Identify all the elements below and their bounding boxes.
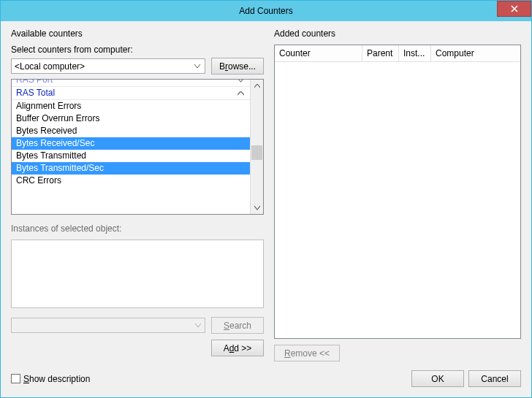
counter-item[interactable]: Bytes Transmitted [12, 150, 250, 162]
chevron-down-icon [192, 320, 203, 331]
col-header-instance[interactable]: Inst... [399, 45, 431, 61]
chevron-up-icon [238, 91, 246, 96]
add-counters-window: Add Counters Available counters Select c… [0, 0, 532, 398]
counter-item-selected[interactable]: Bytes Received/Sec [12, 137, 250, 150]
instance-search-combo [11, 318, 205, 333]
instances-label: Instances of selected object: [11, 223, 264, 234]
chevron-down-icon [192, 61, 203, 72]
added-counters-empty-area [275, 62, 520, 338]
checkbox-box [11, 374, 20, 383]
show-description-label: Show description [23, 374, 90, 384]
added-counters-listview[interactable]: Counter Parent Inst... Computer [274, 45, 521, 339]
col-header-computer[interactable]: Computer [431, 45, 520, 61]
scrollbar-thumb[interactable] [251, 145, 262, 160]
counter-item[interactable]: Bytes Received [12, 125, 250, 137]
computer-combo-text: <Local computer> [15, 61, 85, 72]
cancel-button[interactable]: Cancel [468, 370, 521, 387]
counter-item[interactable]: Alignment Errors [12, 100, 250, 112]
added-counters-panel: Added counters Counter Parent Inst... Co… [274, 28, 521, 361]
search-button: Search [211, 317, 264, 334]
computer-combo[interactable]: <Local computer> [11, 58, 205, 74]
select-computer-label: Select counters from computer: [11, 45, 264, 55]
titlebar: Add Counters [1, 1, 531, 21]
close-icon [511, 5, 518, 12]
col-header-counter[interactable]: Counter [275, 45, 362, 61]
counter-group-ras-total[interactable]: RAS Total [12, 87, 250, 100]
col-header-parent[interactable]: Parent [362, 45, 399, 61]
browse-button[interactable]: Browse... [211, 58, 264, 74]
counter-item[interactable]: CRC Errors [12, 175, 250, 187]
window-title: Add Counters [239, 6, 292, 16]
column-headers: Counter Parent Inst... Computer [275, 45, 520, 62]
ok-button[interactable]: OK [411, 370, 464, 387]
available-counters-label: Available counters [11, 28, 264, 39]
scroll-up-button[interactable] [251, 80, 263, 92]
available-counters-panel: Available counters Select counters from … [11, 28, 264, 361]
instances-listbox[interactable] [11, 240, 264, 308]
close-button[interactable] [497, 1, 531, 17]
counter-category-listbox[interactable]: RAS Port RAS Total Alignment Errors [11, 79, 264, 215]
added-counters-label: Added counters [274, 28, 521, 39]
chevron-down-icon [238, 80, 246, 83]
counter-item-selected[interactable]: Bytes Transmitted/Sec [12, 162, 250, 175]
scrollbar[interactable] [250, 80, 263, 214]
counter-group-ras-port[interactable]: RAS Port [12, 80, 250, 87]
counter-item[interactable]: Buffer Overrun Errors [12, 112, 250, 125]
remove-button: Remove << [274, 345, 340, 361]
add-button[interactable]: Add >> [211, 340, 264, 356]
show-description-checkbox[interactable]: Show description [11, 374, 90, 384]
scroll-down-button[interactable] [251, 202, 263, 214]
